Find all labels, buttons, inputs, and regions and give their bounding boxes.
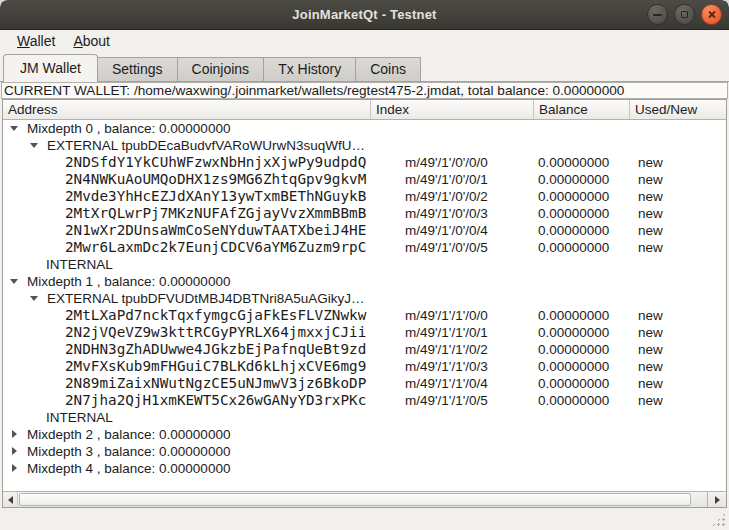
tab-settings[interactable]: Settings <box>97 57 178 81</box>
address-row[interactable]: 2Mvde3YhHcEZJdXAnY13ywTxmBEThNGuykB m/49… <box>3 188 726 205</box>
expander-icon[interactable] <box>10 277 19 286</box>
address-row[interactable]: 2N2jVQeVZ9w3kttRCGyPYRLX64jmxxjCJii m/49… <box>3 324 726 341</box>
titlebar[interactable]: JoinMarketQt - Testnet <box>0 0 729 30</box>
expander-icon[interactable] <box>30 141 39 150</box>
address-row[interactable]: 2N89miZaixNWutNgzCE5uNJmwV3jz6BkoDP m/49… <box>3 375 726 392</box>
minimize-button[interactable] <box>647 4 668 25</box>
address-row[interactable]: 2MtXrQLwrPj7MKzNUFAfZGjayVvzXmmBBmB m/49… <box>3 205 726 222</box>
resize-grip[interactable] <box>711 512 726 527</box>
tab-coins[interactable]: Coins <box>355 57 421 81</box>
scrollbar-thumb[interactable] <box>19 493 691 506</box>
column-header-address[interactable]: Address <box>3 100 371 119</box>
mixdepth-row[interactable]: Mixdepth 0 , balance: 0.00000000 <box>3 120 726 137</box>
maximize-button[interactable] <box>674 4 695 25</box>
mixdepth-row[interactable]: Mixdepth 4 , balance: 0.00000000 <box>3 460 726 477</box>
menu-item-wallet[interactable]: Wallet <box>8 32 64 51</box>
expander-icon[interactable] <box>10 447 19 456</box>
expander-icon[interactable] <box>10 124 19 133</box>
wallet-tree: Address Index Balance Used/New Mixdepth … <box>2 99 727 508</box>
tree-body: Mixdepth 0 , balance: 0.00000000 EXTERNA… <box>3 120 726 491</box>
expander-icon[interactable] <box>10 430 19 439</box>
address-row[interactable]: 2MtLXaPd7nckTqxfymgcGjaFkEsFLVZNwkw m/49… <box>3 307 726 324</box>
bottom-strip <box>0 508 729 530</box>
branch-row[interactable]: EXTERNAL tpubDEcaBudvfVARoWUrwN3suqWfU… <box>3 137 726 154</box>
mixdepth-row[interactable]: Mixdepth 2 , balance: 0.00000000 <box>3 426 726 443</box>
close-button[interactable] <box>701 4 722 25</box>
scroll-left-button[interactable] <box>3 492 18 507</box>
column-header-index[interactable]: Index <box>371 100 534 119</box>
minimize-icon <box>653 14 662 16</box>
branch-row[interactable]: INTERNAL <box>3 409 726 426</box>
scroll-left-icon <box>8 496 13 504</box>
address-row[interactable]: 2NDSfdY1YkCUhWFzwxNbHnjxXjwPy9udpdQ m/49… <box>3 154 726 171</box>
tab-bar: JM WalletSettingsCoinjoinsTx HistoryCoin… <box>0 52 729 82</box>
horizontal-scrollbar[interactable] <box>3 491 726 507</box>
address-row[interactable]: 2NDHN3gZhADUwwe4JGkzbEjPafnqUeBt9zd m/49… <box>3 341 726 358</box>
address-row[interactable]: 2N4NWKuAoUMQoDHX1zs9MG6ZhtqGpv9gkvM m/49… <box>3 171 726 188</box>
address-row[interactable]: 2Mwr6LaxmDc2k7EunjCDCV6aYM6Zuzm9rpC m/49… <box>3 239 726 256</box>
tab-coinjoins[interactable]: Coinjoins <box>177 57 265 81</box>
scroll-right-button[interactable] <box>707 492 726 507</box>
address-row[interactable]: 2N7jha2QjH1xmKEWT5Cx26wGANyYD3rxPKc m/49… <box>3 392 726 409</box>
column-header-balance[interactable]: Balance <box>534 100 630 119</box>
window-title: JoinMarketQt - Testnet <box>292 7 436 22</box>
window-controls <box>647 4 722 25</box>
tab-jm-wallet[interactable]: JM Wallet <box>3 54 98 82</box>
mixdepth-row[interactable]: Mixdepth 3 , balance: 0.00000000 <box>3 443 726 460</box>
menu-bar: WalletAbout <box>0 30 729 52</box>
mixdepth-row[interactable]: Mixdepth 1 , balance: 0.00000000 <box>3 273 726 290</box>
expander-icon[interactable] <box>10 464 19 473</box>
maximize-icon <box>681 11 688 18</box>
column-header-used-new[interactable]: Used/New <box>630 100 726 119</box>
tree-header: Address Index Balance Used/New <box>3 100 726 120</box>
scroll-right-icon <box>715 496 720 504</box>
current-wallet-banner: CURRENT WALLET: /home/waxwing/.joinmarke… <box>1 82 728 99</box>
branch-row[interactable]: EXTERNAL tpubDFVUDtMBJ4DBTNri8A5uAGikyJ… <box>3 290 726 307</box>
joinmarket-window: JoinMarketQt - Testnet WalletAbout JM Wa… <box>0 0 729 530</box>
address-row[interactable]: 2MvFXsKub9mFHGuiC7BLKd6kLhjxCVE6mg9 m/49… <box>3 358 726 375</box>
expander-icon[interactable] <box>30 294 39 303</box>
branch-row[interactable]: INTERNAL <box>3 256 726 273</box>
tab-tx-history[interactable]: Tx History <box>263 57 356 81</box>
address-row[interactable]: 2N1wXr2DUnsaWmCoSeNYduwTAATXbeiJ4HE m/49… <box>3 222 726 239</box>
menu-item-about[interactable]: About <box>64 32 119 51</box>
